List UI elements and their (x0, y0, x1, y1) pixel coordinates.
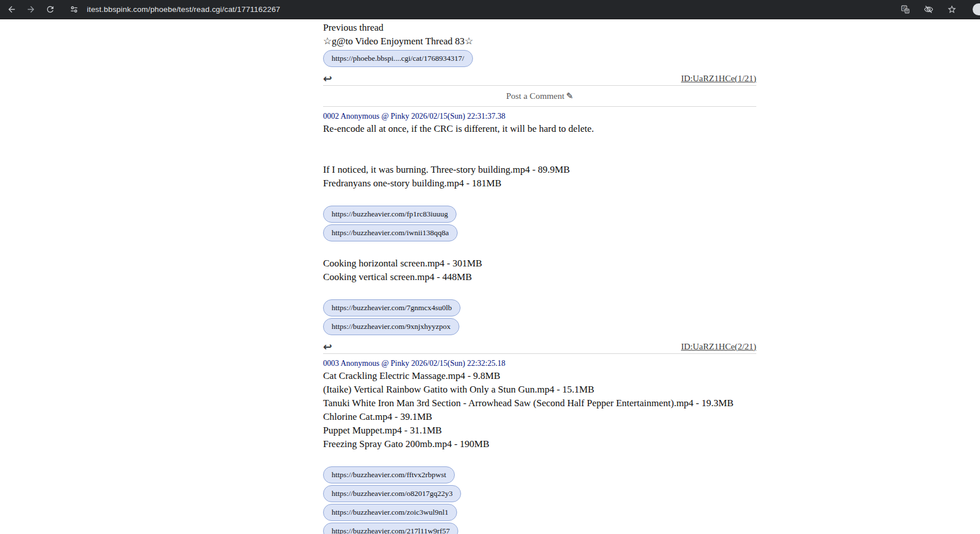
post-text-line: Cooking vertical screen.mp4 - 448MB (323, 270, 756, 284)
post-blank-line (323, 149, 756, 163)
link-row: https://buzzheavier.com/217l11w9rf57 (323, 523, 756, 534)
post-id-link[interactable]: ID:UaRZ1HCe(1/21) (681, 73, 756, 84)
post-id-link[interactable]: ID:UaRZ1HCe(2/21) (681, 341, 756, 352)
link-button[interactable]: https://phoebe.bbspi....cgi/cat/17689343… (323, 50, 473, 67)
post-text-line: Tanuki White Iron Man 3rd Section - Arro… (323, 397, 756, 410)
link-row: https://buzzheavier.com/zoic3wul9nl1 (323, 504, 756, 521)
post-text-line: Chlorine Cat.mp4 - 39.1MB (323, 410, 756, 424)
link-row: https://buzzheavier.com/fp1rc83iuuug (323, 206, 756, 223)
link-button[interactable]: https://buzzheavier.com/fp1rc83iuuug (323, 206, 457, 223)
post-text-line: Previous thread (323, 21, 756, 35)
post-text-line: Re-encode all at once, if the CRC is dif… (323, 122, 756, 136)
thread-page: Previous thread☆g@to Video Enjoyment Thr… (0, 19, 980, 534)
reply-icon[interactable]: ↩ (323, 72, 332, 85)
post: 0003 Anonymous @ Pinky 2026/02/15(Sun) 2… (323, 358, 756, 534)
link-button[interactable]: https://buzzheavier.com/217l11w9rf57 (323, 523, 458, 534)
post-blank-line (323, 243, 756, 257)
link-button[interactable]: https://buzzheavier.com/iwnii138qq8a (323, 224, 458, 241)
post-header: 0003 Anonymous @ Pinky 2026/02/15(Sun) 2… (323, 358, 756, 369)
link-row: https://buzzheavier.com/iwnii138qq8a (323, 224, 756, 241)
bookmark-star-icon[interactable] (944, 2, 960, 18)
link-button[interactable]: https://buzzheavier.com/fftvx2rbpwst (323, 466, 455, 483)
post-text-line: Fredranyans one-story building.mp4 - 181… (323, 177, 756, 190)
pencil-icon: ✎ (566, 91, 573, 101)
post-footer: ↩ID:UaRZ1HCe(2/21) (323, 340, 756, 353)
link-row: https://buzzheavier.com/o82017gq22y3 (323, 485, 756, 502)
post-footer: ↩ID:UaRZ1HCe(1/21) (323, 72, 756, 85)
post-text-line: Cooking horizontal screen.mp4 - 301MB (323, 257, 756, 270)
link-button[interactable]: https://buzzheavier.com/o82017gq22y3 (323, 485, 461, 502)
post-blank-line (323, 451, 756, 465)
reply-icon[interactable]: ↩ (323, 340, 332, 353)
post-text-line: Puppet Muppet.mp4 - 31.1MB (323, 424, 756, 437)
post: Previous thread☆g@to Video Enjoyment Thr… (323, 21, 756, 85)
link-row: https://phoebe.bbspi....cgi/cat/17689343… (323, 50, 756, 67)
forward-arrow-icon[interactable] (23, 2, 39, 18)
post-divider (323, 353, 756, 354)
back-arrow-icon[interactable] (3, 2, 19, 18)
reload-icon[interactable] (42, 2, 58, 18)
post-a-comment-label: Post a Comment (506, 91, 564, 101)
toolbar-right-icons: G (897, 2, 960, 18)
post-text-line: If I noticed, it was burning. Three-stor… (323, 163, 756, 177)
post-text-line: ☆g@to Video Enjoyment Thread 83☆ (323, 35, 756, 48)
post-header: 0002 Anonymous @ Pinky 2026/02/15(Sun) 2… (323, 111, 756, 122)
post-divider (323, 106, 756, 107)
post-text-line: (Itaike) Vertical Rainbow Gatito with On… (323, 383, 756, 397)
post: 0002 Anonymous @ Pinky 2026/02/15(Sun) 2… (323, 111, 756, 353)
thread-column: Previous thread☆g@to Video Enjoyment Thr… (323, 19, 756, 534)
link-row: https://buzzheavier.com/9xnjxhyyzpox (323, 318, 756, 335)
translate-icon[interactable]: G (897, 2, 913, 18)
link-row: https://buzzheavier.com/7gnmcx4su0lb (323, 299, 756, 316)
site-info-tune-icon[interactable] (66, 2, 82, 18)
post-text-line: Freezing Spray Gato 200mb.mp4 - 190MB (323, 437, 756, 451)
post-text-line: Cat Crackling Electric Massage.mp4 - 9.8… (323, 369, 756, 383)
post-blank-line (323, 190, 756, 204)
hide-eye-icon[interactable] (920, 2, 936, 18)
browser-toolbar: itest.bbspink.com/phoebe/test/read.cgi/c… (0, 0, 980, 19)
post-a-comment-button[interactable]: Post a Comment✎ (323, 86, 756, 106)
link-button[interactable]: https://buzzheavier.com/7gnmcx4su0lb (323, 299, 460, 316)
post-blank-line (323, 284, 756, 298)
address-bar-url[interactable]: itest.bbspink.com/phoebe/test/read.cgi/c… (87, 5, 280, 14)
link-button[interactable]: https://buzzheavier.com/zoic3wul9nl1 (323, 504, 457, 521)
link-row: https://buzzheavier.com/fftvx2rbpwst (323, 466, 756, 483)
post-blank-line (323, 136, 756, 149)
profile-avatar-stub[interactable] (973, 3, 980, 15)
link-button[interactable]: https://buzzheavier.com/9xnjxhyyzpox (323, 318, 459, 335)
